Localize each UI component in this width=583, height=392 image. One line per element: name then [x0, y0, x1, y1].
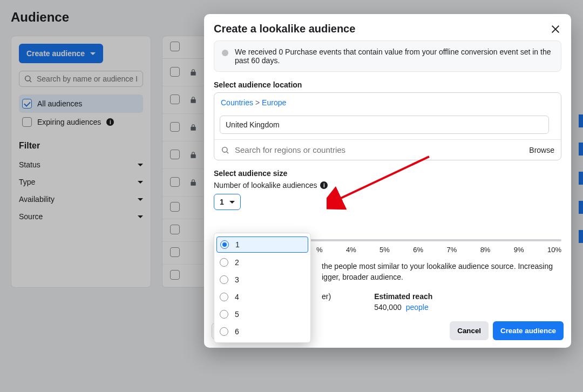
create-audience-button[interactable]: Create audience [493, 321, 564, 340]
option-label: 5 [235, 310, 239, 319]
location-search-input[interactable] [235, 145, 524, 154]
option-label: 4 [235, 293, 239, 301]
estimated-reach-value: 540,000 [374, 303, 402, 312]
breadcrumb-europe[interactable]: Europe [262, 98, 286, 107]
dropdown-option-3[interactable]: 3 [214, 271, 310, 288]
location-heading: Select audience location [214, 80, 561, 89]
close-icon[interactable] [550, 23, 561, 35]
selected-location-chip[interactable]: United Kingdom [220, 116, 549, 134]
dropdown-option-4[interactable]: 4 [214, 288, 310, 306]
bullet-icon [222, 50, 228, 56]
number-of-lookalikes-dropdown: 123456 [214, 233, 311, 343]
number-of-lookalikes-label: Number of lookalike audiences [214, 181, 317, 190]
dropdown-option-6[interactable]: 6 [214, 323, 310, 340]
radio-icon [220, 275, 228, 284]
size-heading: Select audience size [214, 169, 561, 178]
option-label: 3 [235, 275, 239, 284]
svg-point-2 [222, 147, 227, 152]
radio-icon [220, 310, 228, 319]
location-box: Countries>Europe United Kingdom Browse [214, 92, 561, 160]
select-value: 1 [220, 198, 224, 206]
radio-icon [220, 240, 229, 249]
estimated-reach-suffix[interactable]: people [406, 303, 429, 312]
chevron-down-icon [229, 201, 235, 204]
radio-icon [220, 327, 228, 336]
reach-left-fragment: er) [322, 292, 331, 301]
radio-icon [220, 293, 228, 301]
breadcrumb-countries[interactable]: Countries [221, 98, 253, 107]
radio-icon [220, 258, 228, 267]
info-icon[interactable]: i [320, 181, 328, 189]
dropdown-option-5[interactable]: 5 [214, 306, 310, 323]
dropdown-option-1[interactable]: 1 [216, 236, 308, 253]
create-lookalike-modal: Create a lookalike audience We received … [204, 14, 571, 348]
option-label: 6 [235, 327, 239, 336]
option-label: 2 [235, 258, 239, 267]
breadcrumb[interactable]: Countries>Europe [214, 93, 561, 112]
cancel-button[interactable]: Cancel [450, 321, 489, 340]
number-of-lookalikes-select[interactable]: 1 [214, 194, 241, 210]
estimated-reach-label: Estimated reach [374, 292, 432, 301]
svg-line-3 [227, 152, 228, 153]
search-icon [221, 146, 229, 154]
option-label: 1 [235, 240, 240, 249]
modal-title: Create a lookalike audience [214, 23, 355, 35]
dropdown-option-2[interactable]: 2 [214, 254, 310, 271]
browse-button[interactable]: Browse [529, 146, 554, 154]
notice-text: We received 0 Purchase events that conta… [235, 48, 553, 65]
notice-banner: We received 0 Purchase events that conta… [214, 40, 561, 72]
